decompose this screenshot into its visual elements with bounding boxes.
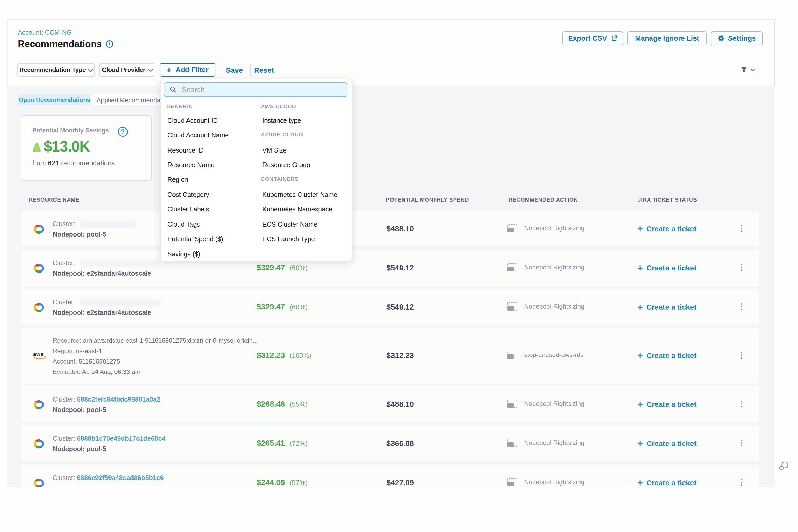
svg-text:aws: aws	[33, 351, 43, 357]
